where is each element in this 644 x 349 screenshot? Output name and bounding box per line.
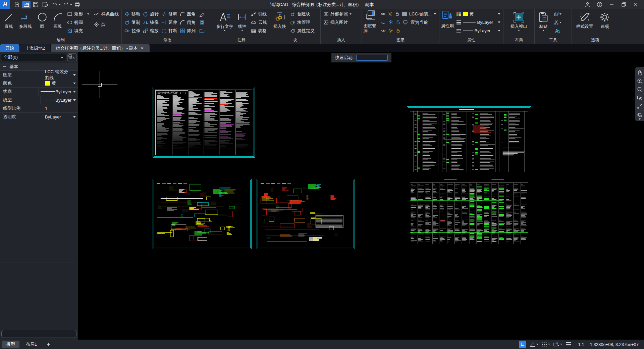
grid-caret[interactable] (548, 344, 550, 345)
mtext-button[interactable]: 多行文字 (215, 10, 234, 31)
undo-dropdown-caret[interactable] (59, 4, 61, 5)
layer-off-icon[interactable] (381, 20, 386, 25)
lineweight-value-dropdown[interactable]: ByLayer (39, 88, 78, 96)
rectangle-dropdown-caret[interactable] (87, 13, 89, 15)
leader-button[interactable]: 引线 (250, 10, 268, 18)
set-current-icon[interactable] (403, 20, 409, 25)
linetype-row[interactable]: ByLayer (455, 27, 502, 35)
extend-button[interactable]: 延伸 (160, 18, 178, 27)
block-manager-button[interactable]: 块管理 (289, 18, 316, 27)
cut-clip-caret[interactable] (559, 22, 561, 23)
mirror-button[interactable]: 镜像 (142, 18, 160, 27)
rev-cloud-button[interactable]: 云线 (250, 18, 268, 27)
break-button[interactable]: 打断 (160, 27, 178, 35)
status-menu-button[interactable] (565, 342, 572, 347)
layer-dropdown[interactable]: LCC-铺装... (409, 11, 432, 17)
restore-button[interactable] (620, 1, 627, 8)
app-logo[interactable]: H (0, 0, 10, 9)
minimize-button[interactable] (608, 1, 615, 8)
command-line-input[interactable] (1, 330, 76, 338)
ortho-mode-toggle[interactable] (519, 341, 526, 348)
model-tab[interactable]: 模型 (2, 341, 19, 348)
color-value-dropdown[interactable]: 黄 (43, 79, 78, 87)
polar-caret[interactable] (536, 344, 538, 345)
lineweight-caret[interactable] (498, 21, 500, 23)
set-current-button[interactable]: 置为当前 (411, 19, 428, 26)
ellipse-button[interactable]: 椭圆 (66, 18, 90, 27)
layer-unlock-icon[interactable] (395, 11, 400, 16)
redo-dropdown-caret[interactable] (70, 4, 72, 5)
dim-linear-button[interactable]: 线性 (236, 10, 249, 31)
rotate-button[interactable]: 旋转 (142, 10, 160, 18)
move-button[interactable]: 移动 (123, 10, 141, 18)
layer-thaw-icon[interactable] (388, 11, 393, 16)
insert-viewport-button[interactable]: 插入视口 (508, 10, 529, 31)
attribute-define-button[interactable]: 属性定义 (289, 27, 316, 35)
layer-unlock-gold-icon[interactable] (395, 28, 401, 33)
polar-tracking-toggle[interactable] (529, 342, 538, 347)
copy-button[interactable]: 复制 (123, 18, 141, 27)
quick-launch-input[interactable] (356, 55, 388, 61)
layer-lock-icon[interactable] (395, 20, 401, 25)
save-as-button[interactable] (41, 1, 49, 8)
layer-value-dropdown[interactable]: LCC-铺装分割线 (43, 71, 78, 79)
rectangle-button[interactable]: 矩形 (66, 10, 90, 18)
array-button[interactable]: 阵列 (179, 27, 197, 35)
orbit-dropdown-caret[interactable] (639, 118, 641, 120)
stretch-button[interactable]: 拉伸 (123, 27, 141, 35)
find-button[interactable] (552, 27, 563, 35)
zoom-in-button[interactable] (636, 77, 643, 85)
layer-dropdown-caret[interactable] (434, 13, 436, 15)
orbit-button[interactable] (636, 111, 643, 118)
ltscale-value-field[interactable]: 1 (43, 104, 78, 112)
object-snap-toggle[interactable] (553, 342, 562, 347)
insert-block-button[interactable]: 插入块 (272, 10, 288, 30)
osnap-caret[interactable] (560, 344, 562, 345)
hatch-button[interactable]: 填充 (66, 27, 90, 35)
pan-button[interactable] (636, 69, 643, 76)
layer-freeze-icon[interactable] (388, 20, 393, 25)
match-properties-button[interactable]: 属性刷 (441, 23, 454, 29)
close-button[interactable] (632, 1, 639, 8)
sheet-detail-mid[interactable] (257, 179, 355, 249)
vp-layer-off-icon[interactable] (381, 28, 386, 33)
insert-viewport-caret[interactable] (518, 30, 520, 31)
mtext-dropdown-caret[interactable] (224, 30, 226, 31)
sheet-schedule-bottom[interactable] (407, 177, 531, 247)
new-file-button[interactable] (13, 1, 21, 8)
layout1-tab[interactable]: 布局1 (21, 341, 41, 348)
polyline-button[interactable]: 多段线 (17, 10, 34, 30)
point-button[interactable]: 点 (93, 20, 120, 29)
spline-button[interactable]: 样条曲线 (93, 10, 120, 18)
sheet-general-notes[interactable] (153, 87, 255, 158)
open-file-button[interactable] (22, 1, 31, 8)
copy-properties-button[interactable] (198, 18, 206, 27)
copy-clip-caret[interactable] (559, 13, 561, 15)
viewport-scale[interactable]: 1:1 (578, 342, 584, 347)
layer-manager-button[interactable]: 图层管理 (364, 23, 378, 35)
line-button[interactable]: 直线 (2, 10, 16, 30)
options-button[interactable]: 选项 (597, 10, 612, 30)
linetype-caret[interactable] (498, 30, 500, 32)
object-color-row[interactable]: 黄 (455, 10, 502, 18)
help-button[interactable] (596, 1, 603, 8)
linetype-value-dropdown[interactable]: ByLayer (41, 96, 78, 104)
lineweight-row[interactable]: ByLayer (455, 18, 502, 27)
copy-clip-button[interactable] (552, 10, 563, 18)
zoom-extents-button[interactable] (636, 102, 643, 110)
vp-layer-freeze-icon[interactable] (388, 28, 393, 33)
save-button[interactable] (32, 1, 40, 8)
circle-button[interactable]: 圆 (35, 10, 49, 30)
redo-button[interactable] (62, 1, 70, 8)
arc-button[interactable]: 圆弧 (51, 10, 65, 30)
layer-on-icon[interactable] (381, 11, 386, 16)
zoom-out-button[interactable] (636, 86, 643, 93)
erase-button[interactable] (198, 10, 206, 18)
user-account-button[interactable] (584, 1, 591, 8)
insert-image-button[interactable]: 插入图片 (322, 18, 353, 27)
selection-filter-dropdown[interactable]: 全部(0) (1, 54, 66, 61)
chamfer-button[interactable]: 倒角 (179, 18, 197, 27)
zoom-window-button[interactable] (636, 94, 643, 101)
quick-select-button[interactable] (67, 53, 77, 61)
sheet-schedule-top[interactable] (407, 106, 531, 175)
